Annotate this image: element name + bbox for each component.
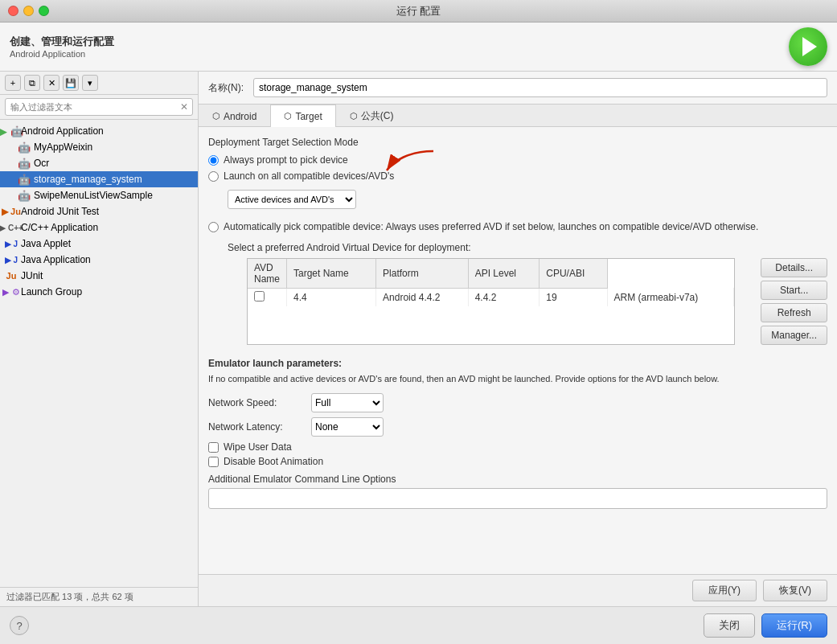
run-confirm-button[interactable]: 运行(R) xyxy=(761,613,827,638)
avd-name-cell: 4.4 xyxy=(287,288,376,306)
launch-all-label: Launch on all compatible devices/AVD's xyxy=(224,170,394,182)
junit-group-icon: ▶ Ju xyxy=(2,207,21,217)
tab-label-android: Android xyxy=(224,111,256,122)
launch-all-row: Launch on all compatible devices/AVD's xyxy=(208,170,827,182)
emulator-warning: If no compatible and active devices or A… xyxy=(208,372,827,386)
tab-label-target: Target xyxy=(295,111,322,122)
deployment-options: Always prompt to pick device xyxy=(208,154,827,234)
avd-col-platform: Platform xyxy=(376,259,469,289)
avd-action-buttons: Details...Start...RefreshManager... xyxy=(761,258,827,345)
sidebar-item-myappweixin[interactable]: 🤖MyAppWeixin xyxy=(0,139,198,155)
sidebar-item-ocr[interactable]: 🤖Ocr xyxy=(0,155,198,171)
sidebar-item-label: Java Application xyxy=(21,254,91,265)
network-speed-select[interactable]: FullGPRSEDGEUMTSHSDPALTEEVDONone xyxy=(311,393,384,412)
emulator-title: Emulator launch parameters: xyxy=(208,358,827,369)
avd-start-button[interactable]: Start... xyxy=(761,281,827,300)
avd-col-cpu-abi: CPU/ABI xyxy=(540,259,607,289)
minimize-window-button[interactable] xyxy=(23,6,34,16)
clear-filter-button[interactable]: ✕ xyxy=(180,101,188,113)
more-options-button[interactable]: ▾ xyxy=(82,75,98,91)
content-action-bar: 应用(Y) 恢复(V) xyxy=(199,574,837,606)
network-speed-label: Network Speed: xyxy=(208,397,305,408)
avd-details-button[interactable]: Details... xyxy=(761,258,827,277)
avd-table: AVD NameTarget NamePlatformAPI LevelCPU/… xyxy=(248,259,734,306)
avd-checkbox[interactable] xyxy=(254,291,265,301)
content-panel: 名称(N): ⬡Android⬡Target⬡公共(C) Deployment … xyxy=(199,72,837,606)
tab-public[interactable]: ⬡公共(C) xyxy=(336,105,408,127)
tab-icon-public: ⬡ xyxy=(350,111,358,121)
sidebar-item-java-app[interactable]: ▶ JJava Application xyxy=(0,252,198,268)
junit-icon: Ju xyxy=(6,271,17,281)
new-config-button[interactable]: + xyxy=(5,75,21,91)
name-input[interactable] xyxy=(253,78,827,97)
revert-button[interactable]: 恢复(V) xyxy=(763,580,827,601)
sidebar-item-storage-manage-system[interactable]: 🤖storage_manage_system xyxy=(0,171,198,187)
avd-refresh-button[interactable]: Refresh xyxy=(761,303,827,322)
tab-android[interactable]: ⬡Android xyxy=(199,105,270,127)
run-button[interactable] xyxy=(789,27,827,66)
close-button[interactable]: 关闭 xyxy=(704,613,755,638)
auto-pick-label: Automatically pick compatible device: Al… xyxy=(224,220,827,234)
sidebar-item-junit[interactable]: JuJUnit xyxy=(0,268,198,284)
emulator-section: Emulator launch parameters: If no compat… xyxy=(208,358,827,510)
avd-manager-button[interactable]: Manager... xyxy=(761,326,827,345)
bottom-bar: ? 关闭 运行(R) xyxy=(0,606,837,644)
header-subtitle: Android Application xyxy=(10,49,114,59)
sidebar-item-cpp-app[interactable]: ▶ C++C/C++ Application xyxy=(0,219,198,236)
help-button[interactable]: ? xyxy=(10,616,29,635)
sidebar-item-junit-group[interactable]: ▶ JuAndroid JUnit Test xyxy=(0,203,198,219)
tab-bar: ⬡Android⬡Target⬡公共(C) xyxy=(199,105,837,127)
bottom-left: ? xyxy=(10,616,29,635)
save-config-button[interactable]: 💾 xyxy=(63,75,79,91)
avd-col-api-level: API Level xyxy=(468,259,540,289)
apply-button[interactable]: 应用(Y) xyxy=(692,580,757,601)
wipe-user-data-label: Wipe User Data xyxy=(224,441,292,453)
delete-config-button[interactable]: ✕ xyxy=(43,75,59,91)
sidebar-toolbar: + ⧉ ✕ 💾 ▾ xyxy=(0,72,198,95)
sidebar-item-android-app-group[interactable]: ▶ 🤖Android Application xyxy=(0,123,198,139)
run-icon xyxy=(802,37,817,56)
avd-col-avd-name: AVD Name xyxy=(248,259,287,289)
launch-all-radio[interactable] xyxy=(208,171,219,182)
sidebar-item-java-applet[interactable]: ▶ JJava Applet xyxy=(0,236,198,252)
header-left: 创建、管理和运行配置 Android Application xyxy=(10,35,114,59)
active-devices-dropdown[interactable]: Active devices and AVD'sActive devicesAV… xyxy=(228,190,356,209)
window-controls xyxy=(8,6,49,16)
avd-check-cell[interactable] xyxy=(248,288,287,306)
avd-col-target-name: Target Name xyxy=(287,259,376,289)
sidebar-item-launch-group[interactable]: ▶ ⚙Launch Group xyxy=(0,284,198,300)
android-group-icon: ▶ 🤖 xyxy=(0,125,23,137)
cpp-icon: ▶ C++ xyxy=(0,224,23,232)
avd-dropdown-row: Active devices and AVD'sActive devicesAV… xyxy=(228,190,827,209)
android-icon: 🤖 xyxy=(18,158,31,170)
tab-label-public: 公共(C) xyxy=(361,109,394,123)
auto-pick-row: Automatically pick compatible device: Al… xyxy=(208,220,827,234)
network-latency-select[interactable]: NoneGPRSEDGEUMTS xyxy=(311,417,384,437)
launch-icon: ▶ ⚙ xyxy=(2,287,19,297)
cmdline-input[interactable] xyxy=(208,488,827,509)
wipe-user-data-row: Wipe User Data xyxy=(208,441,827,453)
auto-pick-radio[interactable] xyxy=(208,222,219,232)
disable-boot-checkbox[interactable] xyxy=(208,457,219,467)
always-prompt-label: Always prompt to pick device xyxy=(224,154,348,166)
wipe-user-data-checkbox[interactable] xyxy=(208,442,219,453)
content-body: Deployment Target Selection Mode Always … xyxy=(199,127,837,574)
copy-config-button[interactable]: ⧉ xyxy=(24,75,40,91)
java-icon: ▶ J xyxy=(5,240,18,248)
always-prompt-radio[interactable] xyxy=(208,155,219,166)
avd-row: 4.4Android 4.4.24.4.219ARM (armeabi-v7a) xyxy=(248,288,734,306)
red-arrow-annotation xyxy=(385,148,441,177)
sidebar-item-label: Java Applet xyxy=(21,238,71,249)
filter-input[interactable] xyxy=(5,98,193,116)
android-icon: 🤖 xyxy=(18,142,31,154)
main-area: + ⧉ ✕ 💾 ▾ ✕ ▶ 🤖Android Application🤖MyApp… xyxy=(0,72,837,606)
sidebar-item-swipe[interactable]: 🤖SwipeMenuListViewSample xyxy=(0,187,198,203)
close-window-button[interactable] xyxy=(8,6,18,16)
name-label: 名称(N): xyxy=(208,81,244,95)
network-speed-row: Network Speed: FullGPRSEDGEUMTSHSDPALTEE… xyxy=(208,393,827,412)
disable-boot-label: Disable Boot Animation xyxy=(224,456,323,467)
tab-target[interactable]: ⬡Target xyxy=(270,105,335,127)
maximize-window-button[interactable] xyxy=(39,6,49,16)
sidebar-item-label: Android Application xyxy=(21,125,104,137)
sidebar-item-label: C/C++ Application xyxy=(21,222,98,233)
